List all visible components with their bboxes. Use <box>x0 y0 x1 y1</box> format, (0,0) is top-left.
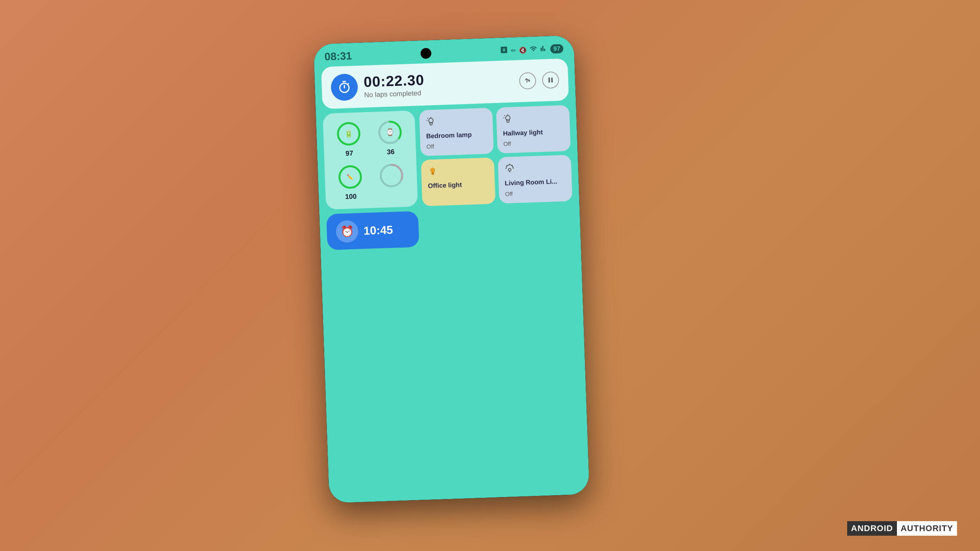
office-light-status <box>428 191 489 194</box>
watermark-authority: AUTHORITY <box>897 521 957 536</box>
stopwatch-controls <box>519 71 559 90</box>
alarm-time: 10:45 <box>363 223 393 238</box>
bedroom-lamp-status: Off <box>426 141 487 150</box>
notification-area: 00:22.30 No laps completed <box>314 58 581 259</box>
widgets-row: 🔋 97 ⌚ 36 <box>323 105 572 210</box>
stopwatch-svg <box>337 80 351 94</box>
bedroom-lamp-name: Bedroom lamp <box>426 130 487 140</box>
camera-cutout <box>421 48 432 59</box>
watch-battery-stat: ⌚ 36 <box>372 118 408 157</box>
hallway-light-icon <box>502 111 564 127</box>
stopwatch-icon <box>330 73 358 101</box>
office-light-icon <box>427 164 488 179</box>
hallway-light-status: Off <box>503 139 564 147</box>
lap-button[interactable] <box>519 72 537 90</box>
watch-battery-progress: ⌚ <box>376 119 404 146</box>
svg-line-10 <box>427 118 428 119</box>
status-icons: ✏ 🔇 97 <box>500 44 564 55</box>
stopwatch-card[interactable]: 00:22.30 No laps completed <box>321 59 569 109</box>
volume-stat: ✏️ 100 <box>332 163 369 202</box>
hallway-light-name: Hallway light <box>503 128 564 138</box>
screen: 08:31 ✏ 🔇 <box>314 35 590 503</box>
extra-progress <box>378 162 405 189</box>
watch-battery-icon: ⌚ <box>385 128 394 137</box>
living-room-status: Off <box>505 189 566 197</box>
phone-battery-value: 97 <box>345 149 353 158</box>
bedroom-lamp-icon <box>425 114 487 130</box>
alarm-card[interactable]: ⏰ 10:45 <box>326 211 419 250</box>
living-room-tile[interactable]: Living Room Li... Off <box>498 155 572 204</box>
nfc-icon <box>500 46 508 55</box>
watermark: ANDROID AUTHORITY <box>847 521 957 536</box>
svg-point-8 <box>429 118 433 123</box>
pause-button[interactable] <box>542 71 560 89</box>
watch-battery-value: 36 <box>387 148 395 156</box>
pen-icon: ✏ <box>511 47 516 54</box>
svg-point-12 <box>506 116 510 120</box>
living-room-icon <box>504 161 565 177</box>
bedroom-lamp-tile[interactable]: Bedroom lamp Off <box>419 108 494 156</box>
svg-point-19 <box>508 168 511 171</box>
phone-battery-progress: 🔋 <box>335 120 363 147</box>
svg-point-16 <box>430 168 435 173</box>
alarm-icon: ⏰ <box>336 220 359 243</box>
phone-battery-icon: 🔋 <box>344 129 353 138</box>
office-light-tile[interactable]: Office light <box>421 158 495 206</box>
phone-frame: 08:31 ✏ 🔇 <box>314 35 590 503</box>
phone-battery-stat: 🔋 97 <box>331 120 367 158</box>
volume-progress: ✏️ <box>336 163 364 191</box>
stopwatch-info: 00:22.30 No laps completed <box>363 69 513 99</box>
hallway-light-tile[interactable]: Hallway light Off <box>496 105 571 154</box>
svg-line-14 <box>504 115 505 116</box>
volume-icon: ✏️ <box>347 174 354 181</box>
smart-home-grid: Bedroom lamp Off <box>419 105 573 206</box>
signal-icon <box>540 45 547 54</box>
battery-badge: 97 <box>550 44 564 54</box>
wifi-icon <box>529 45 537 54</box>
status-time: 08:31 <box>324 50 352 63</box>
volume-value: 100 <box>345 192 357 201</box>
watermark-android: ANDROID <box>847 521 897 536</box>
extra-stat <box>374 162 410 201</box>
device-stats-widget: 🔋 97 ⌚ 36 <box>323 111 418 210</box>
bottom-row: ⏰ 10:45 <box>326 205 574 254</box>
office-light-name: Office light <box>428 180 489 190</box>
living-room-name: Living Room Li... <box>505 178 566 187</box>
mute-icon: 🔇 <box>519 46 527 54</box>
